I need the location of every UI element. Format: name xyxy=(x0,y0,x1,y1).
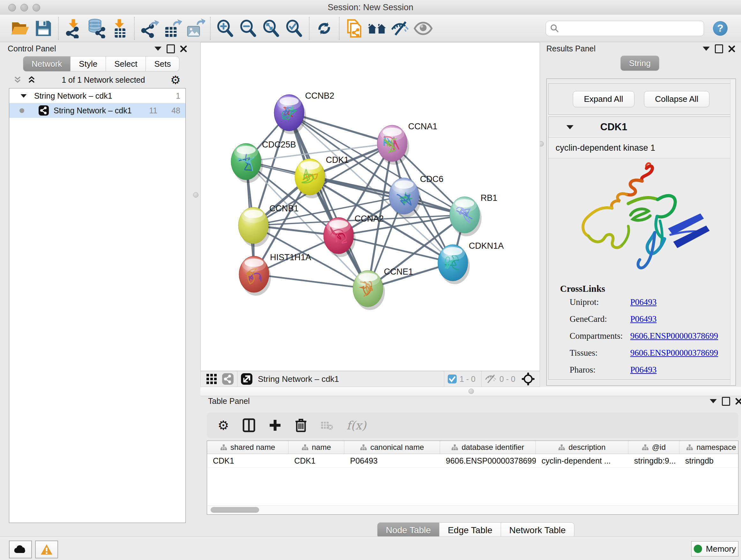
show-columns-icon[interactable] xyxy=(243,418,255,432)
scrollbar-thumb[interactable] xyxy=(211,507,259,513)
collection-expander-icon[interactable] xyxy=(21,94,27,98)
tab-sets[interactable]: Sets xyxy=(146,56,179,71)
column-header-namespace[interactable]: namespace xyxy=(679,441,741,454)
protein-node-CDKN1A[interactable]: CDKN1A xyxy=(438,241,504,284)
float-panel-icon[interactable] xyxy=(722,397,730,406)
table-cell[interactable]: stringdb:9... xyxy=(628,454,679,468)
table-cell[interactable]: cyclin-dependent ... xyxy=(536,454,628,468)
table-cell[interactable]: stringdb xyxy=(679,454,741,468)
string-style-icon[interactable] xyxy=(222,373,234,385)
column-header-canonical-name[interactable]: canonical name xyxy=(344,441,440,454)
selected-checkbox-icon[interactable] xyxy=(448,374,457,384)
expand-all-icon[interactable] xyxy=(27,75,37,84)
table-horizontal-scrollbar[interactable] xyxy=(207,505,738,514)
collapse-all-button[interactable]: Collapse All xyxy=(644,91,710,107)
table-cell[interactable]: CDK1 xyxy=(288,454,344,468)
tab-style[interactable]: Style xyxy=(71,56,106,71)
refresh-button[interactable] xyxy=(313,17,336,40)
memory-button[interactable]: Memory xyxy=(691,541,738,557)
tab-edge-table[interactable]: Edge Table xyxy=(440,522,501,538)
open-session-button[interactable] xyxy=(9,17,32,40)
table-row[interactable]: CDK1CDK1P064939606.ENSP00000378699cyclin… xyxy=(207,454,738,468)
options-gear-icon[interactable]: ⚙ xyxy=(171,73,181,86)
zoom-fit-icon xyxy=(262,19,280,38)
table-settings-gear-icon[interactable]: ⚙ xyxy=(218,418,229,433)
tab-string[interactable]: String xyxy=(620,56,659,71)
panel-menu-icon[interactable] xyxy=(703,47,710,51)
close-panel-icon[interactable] xyxy=(728,45,735,52)
protein-node-HIST1H1A[interactable]: HIST1H1A xyxy=(239,253,311,296)
table-cell[interactable]: P06493 xyxy=(344,454,440,468)
splitter-grip[interactable] xyxy=(468,388,474,394)
tab-select[interactable]: Select xyxy=(106,56,146,71)
hide-selected-button[interactable] xyxy=(389,17,412,40)
node-table[interactable]: shared namenamecanonical namedatabase id… xyxy=(207,441,738,515)
crosslink-value[interactable]: P06493 xyxy=(630,297,657,307)
column-header--id[interactable]: @id xyxy=(628,441,679,454)
show-all-button[interactable] xyxy=(412,17,434,40)
warnings-button[interactable] xyxy=(35,541,58,558)
hidden-eye-icon[interactable] xyxy=(485,374,497,384)
birdseye-grid-icon[interactable] xyxy=(206,373,217,385)
import-network-database-button[interactable] xyxy=(85,17,108,40)
network-view-canvas[interactable]: CCNB2CCNA1CDC25BCDK1CDC6RB1CCNB1CCNA2CDK… xyxy=(200,42,540,371)
panel-menu-icon[interactable] xyxy=(710,399,717,403)
network-collection-row[interactable]: String Network – cdk1 1 xyxy=(9,88,185,103)
cloud-status-button[interactable] xyxy=(9,541,32,558)
export-image-button[interactable] xyxy=(184,17,207,40)
network-graph[interactable]: CCNB2CCNA1CDC25BCDK1CDC6RB1CCNB1CCNA2CDK… xyxy=(201,43,540,371)
protein-node-CCNB2[interactable]: CCNB2 xyxy=(274,91,334,134)
expand-all-button[interactable]: Expand All xyxy=(573,91,634,107)
export-table-button[interactable] xyxy=(161,17,184,40)
table-cell[interactable]: 9606.ENSP00000378699 xyxy=(440,454,536,468)
entry-header[interactable]: CDK1 xyxy=(549,117,734,138)
search-input[interactable] xyxy=(559,23,700,33)
collapse-all-icon[interactable] xyxy=(13,75,22,84)
column-header-name[interactable]: name xyxy=(288,441,344,454)
protein-node-CCNE1[interactable]: CCNE1 xyxy=(353,267,413,310)
clone-network-button[interactable] xyxy=(343,17,366,40)
import-table-button[interactable] xyxy=(108,17,131,40)
zoom-out-button[interactable] xyxy=(237,17,260,40)
protein-node-CDK1[interactable]: CDK1 xyxy=(295,155,349,198)
protein-node-CCNB1[interactable]: CCNB1 xyxy=(239,204,299,247)
fit-selected-crosshair-icon[interactable] xyxy=(521,372,535,386)
close-panel-icon[interactable] xyxy=(180,45,187,52)
float-panel-icon[interactable] xyxy=(166,44,175,53)
zoom-fit-button[interactable] xyxy=(260,17,283,40)
function-builder-icon[interactable]: f(x) xyxy=(347,419,366,432)
tab-network[interactable]: Network xyxy=(23,56,71,71)
protein-node-RB1[interactable]: RB1 xyxy=(450,193,497,236)
column-header-shared-name[interactable]: shared name xyxy=(207,441,288,454)
zoom-in-button[interactable] xyxy=(214,17,237,40)
tab-network-table[interactable]: Network Table xyxy=(501,522,575,538)
column-header-description[interactable]: description xyxy=(536,441,628,454)
export-network-button[interactable] xyxy=(138,17,161,40)
results-scrollbar[interactable] xyxy=(730,79,735,385)
crosslink-value[interactable]: 9606.ENSP00000378699 xyxy=(630,331,718,341)
import-network-file-button[interactable] xyxy=(62,17,85,40)
column-header-database-identifier[interactable]: database identifier xyxy=(440,441,536,454)
search-field[interactable] xyxy=(546,21,704,36)
delete-column-icon[interactable] xyxy=(295,418,307,432)
crosslink-value[interactable]: P06493 xyxy=(630,365,657,375)
save-session-button[interactable] xyxy=(32,17,55,40)
crosslink-value[interactable]: P06493 xyxy=(630,314,657,324)
help-button[interactable]: ? xyxy=(713,21,728,36)
open-in-browser-icon[interactable] xyxy=(241,373,253,385)
home-layout-button[interactable] xyxy=(366,17,389,40)
panel-menu-icon[interactable] xyxy=(154,47,161,51)
close-panel-icon[interactable] xyxy=(735,398,741,405)
horizontal-splitter[interactable] xyxy=(200,387,741,396)
zoom-selected-button[interactable] xyxy=(283,17,306,40)
delete-table-icon[interactable] xyxy=(320,421,333,430)
tab-node-table[interactable]: Node Table xyxy=(377,522,440,538)
protein-node-CDC6[interactable]: CDC6 xyxy=(389,174,444,217)
crosslink-value[interactable]: 9606.ENSP00000378699 xyxy=(630,348,718,358)
add-column-icon[interactable] xyxy=(269,419,281,432)
float-panel-icon[interactable] xyxy=(715,44,723,53)
left-splitter-grip[interactable] xyxy=(193,192,199,198)
entry-expander-icon[interactable] xyxy=(566,125,574,129)
table-cell[interactable]: CDK1 xyxy=(207,454,288,468)
network-row[interactable]: String Network – cdk1 11 48 xyxy=(9,103,185,118)
